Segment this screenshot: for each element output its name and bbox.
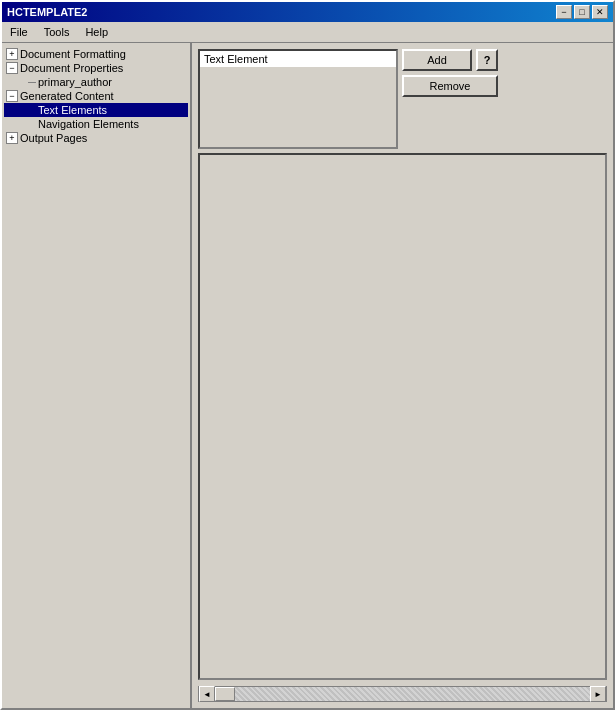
tree-label-document-formatting: Document Formatting: [20, 48, 126, 60]
expander-document-properties[interactable]: −: [6, 62, 18, 74]
help-button[interactable]: ?: [476, 49, 498, 71]
minimize-button[interactable]: −: [556, 5, 572, 19]
element-list[interactable]: Text Element: [198, 49, 398, 149]
menu-bar: File Tools Help: [2, 22, 613, 43]
tree-panel: + Document Formatting − Document Propert…: [2, 43, 192, 708]
tree-item-navigation-elements[interactable]: Navigation Elements: [4, 117, 188, 131]
tree-item-document-properties[interactable]: − Document Properties: [4, 61, 188, 75]
maximize-button[interactable]: □: [574, 5, 590, 19]
tree-label-document-properties: Document Properties: [20, 62, 123, 74]
tree-label-output-pages: Output Pages: [20, 132, 87, 144]
tree-item-generated-content[interactable]: − Generated Content: [4, 89, 188, 103]
expander-document-formatting[interactable]: +: [6, 48, 18, 60]
content-panel: Text Element Add ? Remove ◄: [192, 43, 613, 708]
scroll-thumb[interactable]: [215, 687, 235, 701]
title-bar-buttons: − □ ✕: [556, 5, 608, 19]
main-area: + Document Formatting − Document Propert…: [2, 43, 613, 708]
expander-output-pages[interactable]: +: [6, 132, 18, 144]
scroll-right-button[interactable]: ►: [590, 686, 606, 702]
tree-item-text-elements[interactable]: Text Elements: [4, 103, 188, 117]
tree-label-navigation-elements: Navigation Elements: [38, 118, 139, 130]
remove-row: Remove: [402, 75, 498, 97]
main-content-area: [198, 153, 607, 680]
top-row: Text Element Add ? Remove: [198, 49, 607, 149]
tree-label-text-elements: Text Elements: [38, 104, 107, 116]
tree-label-generated-content: Generated Content: [20, 90, 114, 102]
add-button[interactable]: Add: [402, 49, 472, 71]
tree-item-primary-author[interactable]: primary_author: [4, 75, 188, 89]
main-window: HCTEMPLATE2 − □ ✕ File Tools Help + Docu…: [0, 0, 615, 710]
add-help-row: Add ?: [402, 49, 498, 71]
list-item-text-element[interactable]: Text Element: [200, 51, 396, 67]
scroll-left-button[interactable]: ◄: [199, 686, 215, 702]
scroll-track[interactable]: [215, 687, 590, 701]
remove-button[interactable]: Remove: [402, 75, 498, 97]
tree-item-document-formatting[interactable]: + Document Formatting: [4, 47, 188, 61]
tree-label-primary-author: primary_author: [38, 76, 112, 88]
window-title: HCTEMPLATE2: [7, 6, 87, 18]
buttons-column: Add ? Remove: [402, 49, 498, 149]
menu-tools[interactable]: Tools: [36, 24, 78, 40]
tree-item-output-pages[interactable]: + Output Pages: [4, 131, 188, 145]
menu-file[interactable]: File: [2, 24, 36, 40]
menu-help[interactable]: Help: [77, 24, 116, 40]
horizontal-scrollbar[interactable]: ◄ ►: [198, 686, 607, 702]
expander-generated-content[interactable]: −: [6, 90, 18, 102]
title-bar: HCTEMPLATE2 − □ ✕: [2, 2, 613, 22]
close-button[interactable]: ✕: [592, 5, 608, 19]
